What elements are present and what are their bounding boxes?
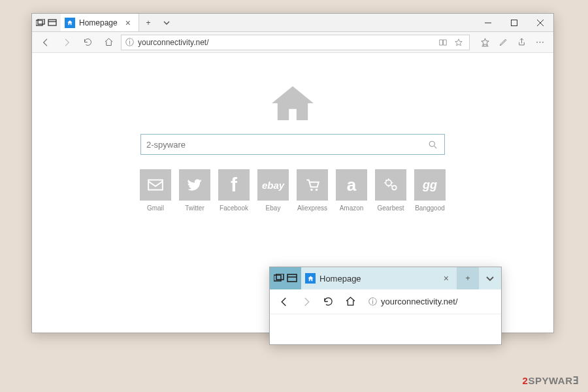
shortcut-tile[interactable]: fFacebook: [218, 169, 250, 212]
svg-point-18: [392, 186, 397, 190]
address-bar: ⓘ: [32, 32, 553, 53]
tabgroup-icon[interactable]: [48, 19, 57, 27]
facebook-icon[interactable]: f: [218, 169, 250, 201]
svg-point-12: [429, 141, 434, 146]
forward-button[interactable]: [58, 34, 75, 51]
mini-refresh-button[interactable]: [321, 293, 336, 311]
svg-point-9: [536, 42, 538, 43]
shortcut-tile[interactable]: ebayEbay: [257, 169, 289, 212]
mini-tab-close[interactable]: ×: [441, 273, 451, 284]
favorite-star-icon[interactable]: [452, 36, 465, 49]
url-input[interactable]: [138, 38, 433, 47]
window-edge-icons: [32, 19, 61, 27]
mini-url-field[interactable]: ⓘ: [365, 293, 495, 311]
tile-label: Gmail: [147, 204, 164, 212]
shortcut-tile[interactable]: Aliexpress: [297, 169, 328, 212]
gears-icon[interactable]: [375, 169, 406, 201]
reading-view-icon[interactable]: [436, 36, 449, 49]
favorites-button[interactable]: [476, 34, 493, 51]
mini-back-button[interactable]: [276, 293, 292, 311]
tab-title: Homepage: [79, 18, 119, 27]
shortcut-tiles: GmailTwitterfFacebookebayEbayAliexpressa…: [140, 169, 446, 212]
tile-label: Twitter: [185, 204, 204, 212]
svg-rect-21: [287, 274, 297, 282]
site-info-icon[interactable]: ⓘ: [125, 37, 134, 48]
svg-rect-2: [48, 20, 56, 25]
notes-button[interactable]: [495, 34, 512, 51]
toolbar-right: [476, 34, 548, 51]
svg-rect-14: [148, 180, 163, 189]
window-controls: [475, 14, 553, 32]
mini-titlebar: Homepage × +: [270, 267, 501, 289]
cart-icon[interactable]: [297, 169, 328, 201]
back-button[interactable]: [37, 34, 54, 51]
taskview-icon[interactable]: [274, 274, 284, 283]
svg-point-11: [542, 42, 544, 43]
titlebar: Homepage × +: [32, 14, 553, 32]
tab-favicon-home-icon: [65, 18, 75, 28]
shortcut-tile[interactable]: ggBanggood: [414, 169, 446, 212]
share-button[interactable]: [513, 34, 530, 51]
more-button[interactable]: [531, 34, 548, 51]
ebay-icon[interactable]: ebay: [257, 169, 289, 201]
home-button[interactable]: [100, 34, 117, 51]
taskview-icon[interactable]: [36, 19, 45, 27]
gg-icon[interactable]: gg: [414, 169, 446, 201]
mail-icon[interactable]: [140, 169, 171, 201]
shortcut-tile[interactable]: aAmazon: [336, 169, 367, 212]
svg-rect-5: [512, 20, 517, 25]
mini-new-tab-button[interactable]: +: [457, 267, 479, 289]
svg-point-16: [316, 189, 318, 191]
svg-rect-0: [36, 20, 42, 25]
mini-url-input[interactable]: [381, 297, 491, 306]
tab-close-button[interactable]: ×: [123, 18, 133, 28]
tabgroup-icon[interactable]: [287, 274, 297, 283]
mini-home-button[interactable]: [342, 293, 358, 311]
newtab-group: +: [139, 14, 176, 31]
mini-edge-icons: [270, 267, 301, 289]
twitter-icon[interactable]: [179, 169, 210, 201]
shortcut-tile[interactable]: Gearbest: [375, 169, 406, 212]
mini-tab-title: Homepage: [319, 274, 437, 284]
watermark-text: SPYWAR: [528, 375, 572, 386]
mini-content: [270, 314, 501, 344]
tab-favicon-home-icon: [305, 273, 316, 284]
tile-label: Facebook: [220, 204, 248, 212]
url-field[interactable]: ⓘ: [121, 35, 470, 50]
mini-forward-button[interactable]: [299, 293, 314, 311]
svg-point-15: [310, 189, 312, 191]
mini-tabs-dropdown-button[interactable]: [479, 267, 501, 289]
amazon-icon[interactable]: a: [336, 169, 367, 201]
svg-line-13: [434, 146, 436, 148]
maximize-button[interactable]: [501, 14, 527, 32]
watermark-e-icon: Ǝ: [572, 375, 579, 387]
refresh-button[interactable]: [79, 34, 96, 51]
close-button[interactable]: [527, 14, 553, 32]
search-box[interactable]: [140, 134, 445, 155]
mini-address-bar: ⓘ: [270, 289, 501, 314]
search-input[interactable]: [146, 140, 426, 150]
mini-tab[interactable]: Homepage ×: [301, 270, 457, 287]
tile-label: Amazon: [340, 204, 364, 212]
tile-label: Banggood: [415, 204, 445, 212]
tile-label: Ebay: [266, 204, 281, 212]
home-logo-icon: [270, 84, 316, 122]
minimize-button[interactable]: [475, 14, 501, 32]
shortcut-tile[interactable]: Twitter: [179, 169, 210, 212]
tile-label: Gearbest: [377, 204, 404, 212]
shortcut-tile[interactable]: Gmail: [140, 169, 171, 212]
url-actions: [436, 36, 465, 49]
tabs-dropdown-button[interactable]: [157, 14, 176, 31]
svg-rect-1: [38, 19, 44, 24]
browser-tab[interactable]: Homepage ×: [61, 14, 139, 31]
svg-point-10: [539, 42, 540, 43]
mini-site-info-icon[interactable]: ⓘ: [368, 296, 377, 308]
tile-label: Aliexpress: [297, 204, 327, 212]
new-tab-button[interactable]: +: [139, 14, 157, 31]
mini-browser-window: Homepage × + ⓘ: [269, 267, 502, 345]
search-icon[interactable]: [426, 138, 439, 151]
watermark: 2SPYWARƎ: [523, 375, 579, 387]
